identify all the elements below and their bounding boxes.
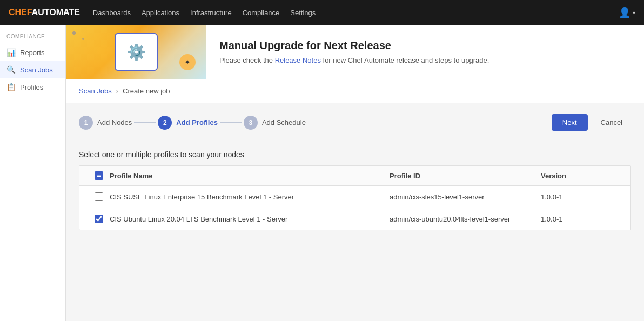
row-1-checkbox-cell <box>88 192 110 201</box>
col-header-profile-id: Profile ID <box>390 172 541 180</box>
step-3-label: Add Schedule <box>262 118 306 126</box>
banner-description: Please check the Release Notes for new C… <box>219 56 489 64</box>
banner-text-area: Manual Upgrade for Next Release Please c… <box>206 29 502 75</box>
col-header-version: Version <box>541 172 622 180</box>
step-3: 3 Add Schedule <box>244 116 306 130</box>
table-row: CIS Ubuntu Linux 20.04 LTS Benchmark Lev… <box>79 208 630 230</box>
profiles-table: Profile Name Profile ID Version CIS SUSE… <box>79 165 631 230</box>
select-all-checkbox[interactable] <box>95 171 103 180</box>
table-row: CIS SUSE Linux Enterprise 15 Benchmark L… <box>79 186 630 208</box>
reports-icon: 📊 <box>6 48 16 57</box>
sidebar-section-label: COMPLIANCE <box>0 25 65 44</box>
user-avatar-icon: 👤 <box>619 6 630 18</box>
step-connector-1 <box>134 122 156 123</box>
profiles-icon: 📋 <box>6 83 16 91</box>
banner-illustration-box: ⚙️ <box>115 33 158 71</box>
dot-decoration <box>82 38 84 40</box>
row-1-profile-id: admin/cis-sles15-level1-server <box>390 193 541 201</box>
step-1-label: Add Nodes <box>97 118 132 126</box>
user-dropdown-icon: ▾ <box>633 10 635 16</box>
step-2-label: Add Profiles <box>176 118 218 126</box>
row-2-profile-id: admin/cis-ubuntu20.04lts-level1-server <box>390 215 541 223</box>
step-2-number: 2 <box>163 119 167 126</box>
main-content: ⚙️ ✦ Manual Upgrade for Next Release Ple… <box>66 25 644 321</box>
star-decoration: ✦ <box>179 54 196 70</box>
upgrade-banner: ⚙️ ✦ Manual Upgrade for Next Release Ple… <box>66 25 644 79</box>
scan-jobs-icon: 🔍 <box>6 65 16 74</box>
step-2-circle: 2 <box>158 116 172 130</box>
step-1-circle: 1 <box>79 116 93 130</box>
breadcrumb-current: Create new job <box>123 87 170 95</box>
row-2-profile-name: CIS Ubuntu Linux 20.04 LTS Benchmark Lev… <box>110 215 390 223</box>
nav-dashboards[interactable]: Dashboards <box>93 9 131 17</box>
row-1-profile-name: CIS SUSE Linux Enterprise 15 Benchmark L… <box>110 193 390 201</box>
step-1: 1 Add Nodes <box>79 116 132 130</box>
step-3-circle: 3 <box>244 116 258 130</box>
step-3-number: 3 <box>249 119 253 126</box>
user-menu[interactable]: 👤 ▾ <box>619 6 635 18</box>
layout: COMPLIANCE 📊 Reports 🔍 Scan Jobs 📋 Profi… <box>0 0 644 321</box>
breadcrumb-separator: › <box>116 87 118 95</box>
section-title: Select one or multiple profiles to scan … <box>79 142 631 165</box>
row-1-checkbox[interactable] <box>95 192 103 201</box>
breadcrumb-scan-jobs[interactable]: Scan Jobs <box>79 87 112 95</box>
logo[interactable]: CHEFAUTOMATE <box>9 8 80 17</box>
dot-decoration <box>72 31 76 35</box>
stepper-buttons: Next Cancel <box>552 114 631 131</box>
sidebar-item-reports[interactable]: 📊 Reports <box>0 44 65 61</box>
stepper: 1 Add Nodes 2 Add Profiles 3 <box>79 116 306 130</box>
stepper-row: 1 Add Nodes 2 Add Profiles 3 <box>66 103 644 142</box>
sidebar: COMPLIANCE 📊 Reports 🔍 Scan Jobs 📋 Profi… <box>0 25 66 321</box>
col-header-name: Profile Name <box>110 172 390 180</box>
banner-desc-before: Please check the <box>219 56 275 64</box>
sidebar-item-scan-jobs[interactable]: 🔍 Scan Jobs <box>0 61 65 78</box>
nav-infrastructure[interactable]: Infrastructure <box>190 9 232 17</box>
row-2-checkbox[interactable] <box>95 215 103 223</box>
content-area: Select one or multiple profiles to scan … <box>66 142 644 321</box>
nav-links: Dashboards Applications Infrastructure C… <box>93 9 619 17</box>
table-header: Profile Name Profile ID Version <box>79 166 630 186</box>
banner-title: Manual Upgrade for Next Release <box>219 39 489 52</box>
select-all-container <box>88 171 110 180</box>
nav-right: 👤 ▾ <box>619 6 635 18</box>
banner-illustration: ⚙️ ✦ <box>66 25 206 79</box>
release-notes-link[interactable]: Release Notes <box>275 56 321 64</box>
top-nav: CHEFAUTOMATE Dashboards Applications Inf… <box>0 0 644 25</box>
row-2-version: 1.0.0-1 <box>541 215 622 223</box>
cancel-button[interactable]: Cancel <box>592 114 631 131</box>
sidebar-scan-jobs-label: Scan Jobs <box>20 66 53 74</box>
row-1-version: 1.0.0-1 <box>541 193 622 201</box>
step-2: 2 Add Profiles <box>158 116 218 130</box>
nav-applications[interactable]: Applications <box>142 9 179 17</box>
next-button[interactable]: Next <box>552 114 588 131</box>
step-connector-2 <box>220 122 242 123</box>
gear-illustration-icon: ⚙️ <box>127 43 146 61</box>
sidebar-reports-label: Reports <box>20 49 45 57</box>
breadcrumb: Scan Jobs › Create new job <box>66 79 644 103</box>
banner-desc-after: for new Chef Automate release and steps … <box>321 56 489 64</box>
sidebar-profiles-label: Profiles <box>20 83 43 91</box>
logo-text: CHEFAUTOMATE <box>9 8 80 17</box>
step-1-number: 1 <box>84 119 88 126</box>
row-2-checkbox-cell <box>88 215 110 223</box>
nav-compliance[interactable]: Compliance <box>243 9 280 17</box>
nav-settings[interactable]: Settings <box>290 9 316 17</box>
sidebar-item-profiles[interactable]: 📋 Profiles <box>0 78 65 96</box>
